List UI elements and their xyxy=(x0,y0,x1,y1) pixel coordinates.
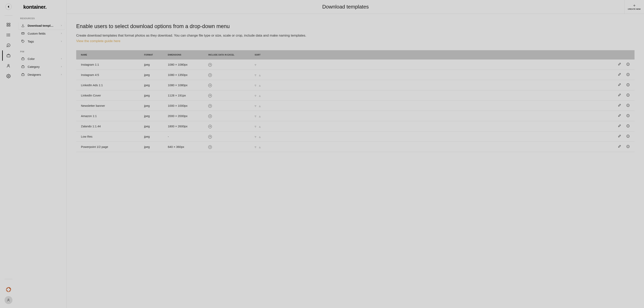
delete-button[interactable] xyxy=(626,83,630,87)
section-pim-label: PIM xyxy=(18,48,65,55)
sidebar-item-category[interactable]: Category xyxy=(18,63,65,71)
delete-button[interactable] xyxy=(626,104,630,107)
cell-include-excel: ✕ xyxy=(204,101,250,111)
sidebar-item-download-templates[interactable]: Download templ… xyxy=(18,22,65,30)
page-description-text: Create download templates that format ph… xyxy=(76,34,306,37)
header-bar: Download templates CREATE NEW xyxy=(67,0,644,14)
sidebar-item-label: Custom fields xyxy=(28,32,46,35)
cell-dimensions: 1080 × 1080px xyxy=(163,80,204,90)
delete-button[interactable] xyxy=(626,134,630,138)
sort-down-button[interactable]: ▽ xyxy=(255,115,256,117)
sort-down-button[interactable]: ▽ xyxy=(255,84,256,87)
sort-up-button[interactable]: △ xyxy=(259,136,260,138)
svg-point-9 xyxy=(7,36,7,36)
delete-button[interactable] xyxy=(626,93,630,97)
exclude-excel-icon: ✕ xyxy=(208,145,212,149)
collapse-sidebar-button[interactable] xyxy=(5,4,12,10)
sidebar-item-color[interactable]: Color xyxy=(18,55,65,63)
cell-dimensions: 640 × 360px xyxy=(163,142,204,152)
edit-button[interactable] xyxy=(618,145,621,148)
sort-up-button[interactable]: △ xyxy=(259,84,260,87)
edit-button[interactable] xyxy=(618,104,621,107)
sort-up-button[interactable]: △ xyxy=(259,95,260,97)
cell-include-excel: ✕ xyxy=(204,70,250,80)
page-title: Download templates xyxy=(67,4,624,10)
table-row: Amazon 1:1 jpeg 2000 × 2000px ✕ ▽ △ xyxy=(76,111,634,121)
svg-point-7 xyxy=(7,34,7,34)
cell-format: jpeg xyxy=(140,101,163,111)
sort-down-button[interactable]: ▽ xyxy=(255,95,256,97)
cell-format: jpeg xyxy=(140,111,163,121)
edit-button[interactable] xyxy=(618,62,621,66)
th-name: NAME xyxy=(76,50,140,60)
delete-button[interactable] xyxy=(626,124,630,128)
guide-link[interactable]: View the complete guide here xyxy=(76,39,634,44)
cell-format: jpeg xyxy=(140,80,163,90)
sort-up-button[interactable]: △ xyxy=(259,115,260,117)
exclude-excel-icon: ✕ xyxy=(208,135,212,138)
profile-avatar[interactable] xyxy=(4,296,12,304)
th-include-excel: INCLUDE DATA IN EXCEL xyxy=(204,50,250,60)
content: Enable users to select download options … xyxy=(67,14,644,308)
cell-name: Powerpoint 1/2 page xyxy=(76,142,140,152)
edit-button[interactable] xyxy=(618,73,621,76)
edit-button[interactable] xyxy=(618,114,621,117)
exclude-excel-icon: ✕ xyxy=(208,73,212,77)
cell-dimensions: - xyxy=(163,131,204,142)
sort-down-button[interactable]: ▽ xyxy=(255,136,256,138)
help-button[interactable] xyxy=(6,287,11,292)
sidebar-item-custom-fields[interactable]: Custom fields xyxy=(18,30,65,37)
nav-settings[interactable] xyxy=(2,71,15,81)
chevron-right-icon xyxy=(60,57,62,61)
sort-down-button[interactable]: ▽ xyxy=(255,64,256,66)
th-format: FORMAT xyxy=(140,50,163,60)
sidebar-item-tags[interactable]: Tags xyxy=(18,37,65,45)
cell-format: jpeg xyxy=(140,90,163,101)
delete-button[interactable] xyxy=(626,73,630,76)
cell-name: Newsletter banner xyxy=(76,101,140,111)
sort-down-button[interactable]: ▽ xyxy=(255,74,256,76)
edit-button[interactable] xyxy=(618,124,621,128)
edit-button[interactable] xyxy=(618,93,621,97)
nav-list[interactable] xyxy=(2,30,15,40)
chevron-right-icon xyxy=(60,40,62,43)
cell-name: Amazon 1:1 xyxy=(76,111,140,121)
exclude-excel-icon: ✕ xyxy=(208,125,212,128)
svg-rect-3 xyxy=(9,25,10,26)
sidebar-item-label: Category xyxy=(28,65,40,68)
sidebar-item-designers[interactable]: Designers xyxy=(18,71,65,78)
card-icon xyxy=(21,32,25,35)
nav-approve[interactable] xyxy=(2,40,15,50)
sort-up-button[interactable]: △ xyxy=(259,146,260,148)
svg-rect-0 xyxy=(7,23,8,24)
cell-dimensions: 2000 × 2000px xyxy=(163,111,204,121)
cell-format: jpeg xyxy=(140,121,163,131)
th-dimensions: DIMENSIONS xyxy=(163,50,204,60)
main-area: Download templates CREATE NEW Enable use… xyxy=(67,0,644,308)
sort-up-button[interactable]: △ xyxy=(259,74,260,76)
edit-button[interactable] xyxy=(618,83,621,87)
th-actions xyxy=(276,50,634,60)
tag-icon xyxy=(21,39,25,43)
page-description: Create download templates that format ph… xyxy=(76,33,634,44)
delete-button[interactable] xyxy=(626,62,630,66)
sort-down-button[interactable]: ▽ xyxy=(255,105,256,107)
exclude-excel-icon: ✕ xyxy=(208,94,212,97)
sort-down-button[interactable]: ▽ xyxy=(255,146,256,148)
cell-include-excel: ✕ xyxy=(204,90,250,101)
delete-button[interactable] xyxy=(626,114,630,117)
delete-button[interactable] xyxy=(626,145,630,148)
sort-up-button[interactable]: △ xyxy=(259,105,260,107)
create-new-button[interactable]: CREATE NEW xyxy=(624,0,644,14)
svg-rect-19 xyxy=(22,66,24,68)
nav-dashboard[interactable] xyxy=(2,20,15,30)
exclude-excel-icon: ✕ xyxy=(208,114,212,118)
nav-users[interactable] xyxy=(2,61,15,71)
nav-toolbox[interactable] xyxy=(2,50,15,61)
sort-up-button[interactable]: △ xyxy=(259,125,260,128)
exclude-excel-icon: ✕ xyxy=(208,63,212,67)
edit-button[interactable] xyxy=(618,134,621,138)
sidebar-item-label: Designers xyxy=(28,73,41,76)
logo: kontainer. xyxy=(18,4,65,15)
sort-down-button[interactable]: ▽ xyxy=(255,125,256,128)
